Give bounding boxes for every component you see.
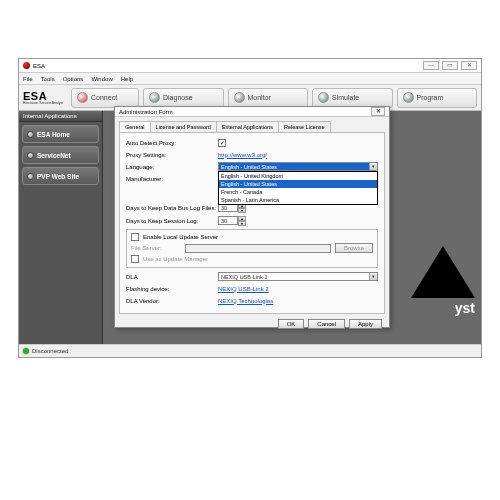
simulate-label: Simulate [332,94,359,101]
sidebar-item-servicenet[interactable]: ServiceNet [22,146,99,164]
clock-icon [318,92,329,103]
enable-local-update-checkbox[interactable] [131,233,139,241]
update-server-group: Enable Local Update Server File Server: … [126,229,378,268]
label-auto-proxy: Auto Detect Proxy: [126,140,218,146]
dialog-title: Administration Form [119,109,173,115]
dialog-titlebar: Administration Form ✕ [115,107,389,117]
menubar: File Tools Options Window Help [19,73,481,85]
ok-button[interactable]: OK [278,319,305,329]
sidebar-item-esa-home[interactable]: ESA Home [22,125,99,143]
down-icon[interactable]: ▾ [238,208,246,213]
clock-icon [403,92,414,103]
language-option[interactable]: English - United States [219,180,377,188]
label-days-bus: Days to Keep Data Bus Log Files: [126,205,218,211]
label-dla-vendor: DLA Vendor: [126,298,218,304]
app-icon [23,62,30,69]
label-flashing: Flashing device: [126,286,218,292]
simulate-button[interactable]: Simulate [312,88,393,108]
dialog-body: Auto Detect Proxy: ✓ Proxy Settings: htt… [119,132,385,314]
label-proxy: Proxy Settings: [126,152,218,158]
sidebar-header: Internal Applications [19,111,102,122]
menu-help[interactable]: Help [121,76,133,82]
language-option[interactable]: Spanish - Latin America [219,196,377,204]
menu-options[interactable]: Options [63,76,84,82]
status-light-icon [23,348,29,354]
clock-icon [149,92,160,103]
label-use-update: Use as Update Manager [143,256,208,262]
dla-value: NEXIQ USB-Link 2 [218,272,378,281]
connect-button[interactable]: Connect [71,88,139,108]
chevron-down-icon[interactable]: ▾ [369,163,377,170]
titlebar: ESA — ▭ ✕ [19,59,481,73]
chevron-down-icon[interactable]: ▾ [369,273,377,280]
background-logo-text: yst [455,300,475,316]
triangle-icon [411,246,475,298]
tab-release-license[interactable]: Release License [278,121,331,132]
label-manufacturer: Manufacturer: [126,176,218,182]
proxy-settings-link[interactable]: http://www.w3.org/ [218,152,378,158]
sidebar-item-label: ESA Home [37,131,70,138]
minimize-button[interactable]: — [423,61,439,70]
down-icon[interactable]: ▾ [238,221,246,226]
language-option[interactable]: English - United Kingdom [219,172,377,180]
globe-icon [27,152,34,159]
monitor-button[interactable]: Monitor [228,88,309,108]
auto-proxy-checkbox[interactable]: ✓ [218,139,226,147]
dialog-tabs: General License and Password External Ap… [115,117,389,132]
label-dla: DLA [126,274,218,280]
label-file-server: File Server: [131,245,181,251]
label-days-session: Days to Keep Session Log: [126,218,218,224]
diagnose-label: Diagnose [163,94,193,101]
dla-combo[interactable]: NEXIQ USB-Link 2 ▾ [218,272,378,281]
language-selected: English - United States [218,162,378,171]
connect-icon [77,92,88,103]
logo-subtext: Electronic Service Analyst [23,102,67,106]
sidebar: Internal Applications ESA Home ServiceNe… [19,111,103,344]
menu-tools[interactable]: Tools [41,76,55,82]
label-enable-local: Enable Local Update Server [143,234,218,240]
cancel-button[interactable]: Cancel [308,319,345,329]
browse-button: Browse [335,243,373,253]
status-bar: Disconnected [19,344,481,357]
administration-dialog: Administration Form ✕ General License an… [114,106,390,328]
program-label: Program [417,94,444,101]
apply-button[interactable]: Apply [349,319,382,329]
dialog-close-button[interactable]: ✕ [371,107,385,116]
tab-license[interactable]: License and Password [150,121,217,132]
language-combo[interactable]: English - United States ▾ English - Unit… [218,162,378,171]
close-button[interactable]: ✕ [461,61,477,70]
sidebar-item-pvp-web-site[interactable]: PVP Web Site [22,167,99,185]
esa-logo: ESA Electronic Service Analyst [23,89,67,106]
status-text: Disconnected [32,348,68,354]
clock-icon [234,92,245,103]
menu-file[interactable]: File [23,76,33,82]
app-title: ESA [33,63,45,69]
sidebar-item-label: ServiceNet [37,152,71,159]
program-button[interactable]: Program [397,88,478,108]
diagnose-button[interactable]: Diagnose [143,88,224,108]
connect-label: Connect [91,94,117,101]
maximize-button[interactable]: ▭ [442,61,458,70]
label-language: Language: [126,164,218,170]
days-session-spinner[interactable]: 30 ▴▾ [218,216,246,226]
dialog-footer: OK Cancel Apply [115,316,389,334]
menu-window[interactable]: Window [91,76,112,82]
globe-icon [27,173,34,180]
language-dropdown: English - United Kingdom English - Unite… [218,171,378,205]
tab-general[interactable]: General [119,121,151,132]
dla-vendor-value[interactable]: NEXIQ Technologies [218,298,378,304]
use-update-manager-checkbox [131,255,139,263]
days-session-value[interactable]: 30 [218,216,238,225]
flashing-device-value[interactable]: NEXIQ USB-Link 2 [218,286,378,292]
file-server-input [185,244,331,253]
globe-icon [27,131,34,138]
sidebar-item-label: PVP Web Site [37,173,79,180]
monitor-label: Monitor [248,94,271,101]
tab-external-apps[interactable]: External Applications [216,121,279,132]
language-option[interactable]: French - Canada [219,188,377,196]
